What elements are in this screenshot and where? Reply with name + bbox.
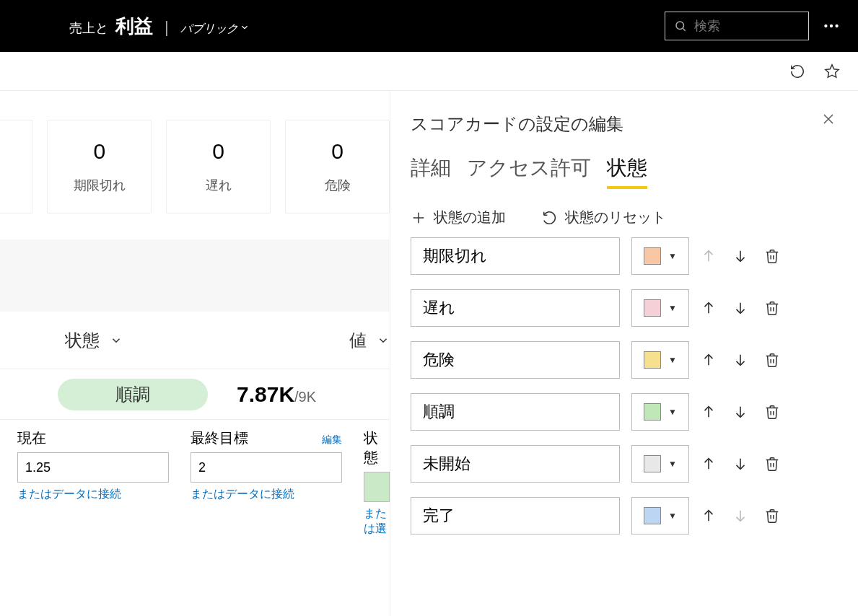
connect-data-link[interactable]: またはデータに接続 <box>17 487 169 502</box>
color-dropdown[interactable]: ▼ <box>631 237 689 275</box>
status-row: ▼ <box>411 341 838 379</box>
status-row: ▼ <box>411 445 838 483</box>
move-down-icon[interactable] <box>732 352 748 368</box>
card-late[interactable]: 0 遅れ <box>166 120 271 214</box>
scorecard-left: 0 期限切れ 0 遅れ 0 危険 状態 値 <box>0 91 390 616</box>
tab-permission[interactable]: アクセス許可 <box>467 154 591 189</box>
scope-dropdown[interactable]: パブリック <box>180 22 250 37</box>
editor-target: 最終目標 編集 またはデータに接続 <box>191 428 342 537</box>
color-dropdown[interactable]: ▼ <box>631 393 689 431</box>
editor-status: 状態 または選 <box>364 428 390 537</box>
color-swatch <box>644 403 661 421</box>
col-state[interactable]: 状態 <box>65 329 123 352</box>
tab-state[interactable]: 状態 <box>607 154 647 189</box>
color-dropdown[interactable]: ▼ <box>631 445 689 483</box>
move-up-icon[interactable] <box>701 352 717 368</box>
topbar-right <box>665 12 841 40</box>
delete-icon[interactable] <box>764 508 780 524</box>
delete-icon[interactable] <box>764 456 780 472</box>
chevron-down-icon <box>377 334 390 347</box>
status-name-input[interactable] <box>411 497 620 534</box>
search-input[interactable] <box>694 19 800 34</box>
color-swatch <box>644 507 661 524</box>
metric-value: 7.87K/9K <box>237 382 316 407</box>
card-value: 0 <box>331 139 343 164</box>
row-controls <box>701 248 780 264</box>
card-value: 0 <box>212 139 224 164</box>
close-icon[interactable] <box>822 113 835 126</box>
row-controls <box>701 508 780 524</box>
chevron-down-icon: ▼ <box>668 303 677 313</box>
svg-marker-5 <box>826 64 839 76</box>
move-down-icon[interactable] <box>732 404 748 420</box>
sub-toolbar <box>0 52 858 91</box>
value-editors: 現在 またはデータに接続 最終目標 編集 またはデータに接続 状態 または選 <box>0 420 390 537</box>
reset-state-button[interactable]: 状態のリセット <box>542 208 666 227</box>
title-main: 利益 <box>115 14 153 39</box>
status-row: ▼ <box>411 497 838 534</box>
delete-icon[interactable] <box>764 352 780 368</box>
value-suffix: /9K <box>294 389 316 405</box>
delete-icon[interactable] <box>764 248 780 264</box>
star-icon[interactable] <box>823 63 841 80</box>
status-name-input[interactable] <box>411 341 620 379</box>
svg-point-3 <box>830 25 833 27</box>
chevron-down-icon <box>240 22 250 32</box>
partial-card <box>0 120 32 214</box>
or-select-link[interactable]: または選 <box>364 506 390 537</box>
current-input[interactable] <box>17 452 169 483</box>
editor-current: 現在 またはデータに接続 <box>17 428 169 537</box>
panel-tabs: 詳細 アクセス許可 状態 <box>411 154 838 189</box>
move-down-icon[interactable] <box>732 456 748 472</box>
card-overdue[interactable]: 0 期限切れ <box>47 120 152 214</box>
color-swatch <box>644 455 661 472</box>
more-menu-icon[interactable] <box>822 17 841 35</box>
value-main: 7.87K <box>237 382 294 406</box>
row-controls <box>701 300 780 316</box>
status-preview[interactable] <box>364 472 390 502</box>
color-swatch <box>644 299 661 317</box>
move-up-icon[interactable] <box>701 404 717 420</box>
search-box[interactable] <box>665 12 809 40</box>
status-name-input[interactable] <box>411 289 620 327</box>
move-down-icon[interactable] <box>732 300 748 316</box>
status-row: ▼ <box>411 237 838 275</box>
color-dropdown[interactable]: ▼ <box>631 341 689 379</box>
status-name-input[interactable] <box>411 237 620 275</box>
move-up-icon[interactable] <box>701 508 717 524</box>
svg-point-0 <box>676 22 684 30</box>
chevron-down-icon: ▼ <box>668 407 677 417</box>
connect-data-link[interactable]: またはデータに接続 <box>191 487 342 502</box>
row-controls <box>701 352 780 368</box>
col-value-label: 値 <box>349 329 367 352</box>
status-name-input[interactable] <box>411 393 620 431</box>
edit-link[interactable]: 編集 <box>322 434 342 446</box>
move-down-icon[interactable] <box>732 248 748 264</box>
editor-status-label: 状態 <box>364 428 390 467</box>
delete-icon[interactable] <box>764 404 780 420</box>
move-up-icon[interactable] <box>701 300 717 316</box>
status-name-input[interactable] <box>411 445 620 483</box>
panel-actions: 状態の追加 状態のリセット <box>411 208 838 227</box>
delete-icon[interactable] <box>764 300 780 316</box>
metric-row: 順調 7.87K/9K <box>0 369 390 420</box>
main-area: 0 期限切れ 0 遅れ 0 危険 状態 値 <box>0 91 858 616</box>
status-pill[interactable]: 順調 <box>58 379 208 410</box>
target-input[interactable] <box>191 452 342 483</box>
card-danger[interactable]: 0 危険 <box>285 120 390 214</box>
svg-point-4 <box>835 25 838 27</box>
refresh-icon[interactable] <box>789 63 806 80</box>
scope-label: パブリック <box>180 22 238 35</box>
col-value[interactable]: 値 <box>349 329 390 352</box>
grey-strip <box>0 239 390 312</box>
add-state-label: 状態の追加 <box>434 208 506 227</box>
add-state-button[interactable]: 状態の追加 <box>411 208 506 227</box>
tab-detail[interactable]: 詳細 <box>411 154 451 189</box>
move-up-icon[interactable] <box>701 456 717 472</box>
summary-cards: 0 期限切れ 0 遅れ 0 危険 <box>0 120 390 214</box>
color-dropdown[interactable]: ▼ <box>631 497 689 534</box>
move-up-icon <box>701 248 717 264</box>
color-swatch <box>644 247 661 265</box>
svg-line-1 <box>683 28 685 30</box>
color-dropdown[interactable]: ▼ <box>631 289 689 327</box>
